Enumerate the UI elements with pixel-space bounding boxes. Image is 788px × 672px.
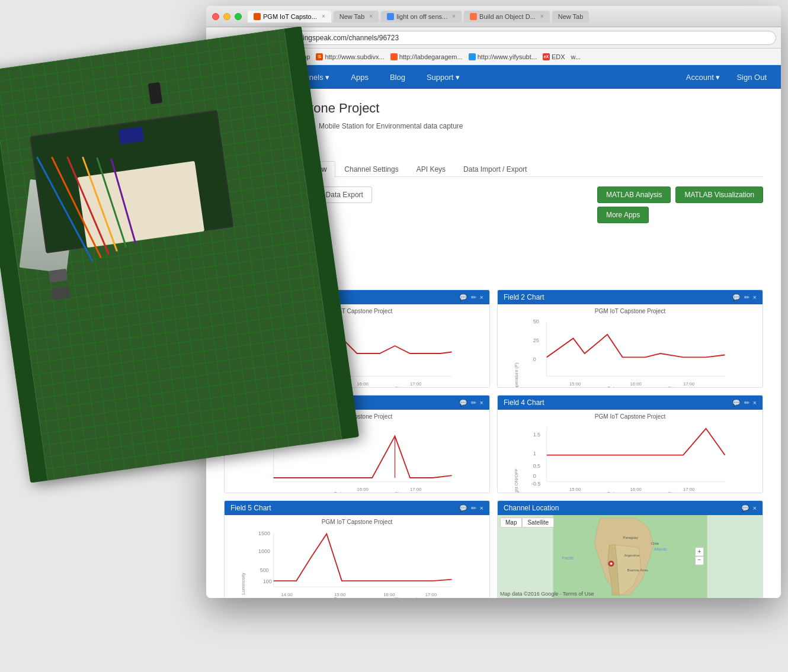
svg-text:16:00: 16:00 bbox=[357, 487, 369, 492]
field4-chart-widget: Field 4 Chart 💬 ✏ × PGM IoT Capstone Pro… bbox=[497, 395, 763, 493]
field3-edit-icon[interactable]: ✏ bbox=[471, 399, 476, 407]
matlab-viz-label: MATLAB Visualization bbox=[684, 191, 754, 199]
nav-account[interactable]: Account ▾ bbox=[681, 70, 725, 84]
tab-close-3[interactable]: × bbox=[452, 13, 456, 20]
tab-close-4[interactable]: × bbox=[540, 13, 544, 20]
field4-edit-icon[interactable]: ✏ bbox=[744, 399, 749, 407]
field2-comment-icon[interactable]: 💬 bbox=[732, 294, 741, 301]
bookmark-yify-label: http://www.yifysubt... bbox=[478, 53, 537, 60]
svg-text:−: − bbox=[698, 557, 701, 563]
matlab-analysis-label: MATLAB Analysis bbox=[606, 191, 662, 199]
field5-inner-title: PGM IoT Capstone Project bbox=[228, 519, 486, 525]
svg-text:Luminosity: Luminosity bbox=[241, 573, 246, 594]
svg-text:Date: Date bbox=[334, 596, 344, 598]
tab-light[interactable]: light on off sens... × bbox=[381, 11, 462, 22]
tab-pgm-iot[interactable]: PGM IoT Capsto... × bbox=[248, 11, 331, 22]
tab-label-5: New Tab bbox=[558, 13, 584, 20]
bookmark-labde[interactable]: http://labdegaragem... bbox=[390, 53, 463, 60]
tab-api-keys[interactable]: API Keys bbox=[408, 161, 454, 177]
nav-blog[interactable]: Blog bbox=[385, 70, 410, 84]
field5-edit-icon[interactable]: ✏ bbox=[471, 504, 476, 512]
field4-close-icon[interactable]: × bbox=[753, 399, 757, 407]
matlab-analysis-button[interactable]: MATLAB Analysis bbox=[597, 187, 671, 203]
svg-point-62 bbox=[610, 562, 613, 565]
field2-inner-title: PGM IoT Capstone Project bbox=[501, 308, 759, 314]
tab-close-1[interactable]: × bbox=[322, 13, 325, 20]
address-input[interactable]: 🔒 https://thingspeak.com/channels/96723 bbox=[258, 31, 776, 45]
field4-chart-body: PGM IoT Capstone Project 1.5 1 0.5 0 -0.… bbox=[498, 410, 763, 493]
map-tab-label: Map bbox=[505, 519, 517, 526]
svg-text:0: 0 bbox=[533, 356, 536, 362]
location-comment-icon[interactable]: 💬 bbox=[741, 504, 749, 512]
tab-build[interactable]: Build an Object D... × bbox=[464, 11, 550, 22]
tabs-bar: PGM IoT Capsto... × New Tab × light on o… bbox=[248, 11, 775, 22]
field5-chart-widget: Field 5 Chart 💬 ✏ × PGM IoT Capstone Pro… bbox=[224, 500, 490, 598]
field5-comment-icon[interactable]: 💬 bbox=[459, 504, 467, 512]
tab-label-3: light on off sens... bbox=[396, 13, 447, 20]
matlab-viz-button[interactable]: MATLAB Visualization bbox=[675, 187, 763, 203]
field2-close-icon[interactable]: × bbox=[753, 294, 757, 301]
field4-svg: 1.5 1 0.5 0 -0.5 Light ON/OFF 15:00 16:0… bbox=[501, 421, 759, 493]
map-tab-map[interactable]: Map bbox=[500, 517, 522, 528]
traffic-lights bbox=[212, 13, 242, 20]
field1-edit-icon[interactable]: ✏ bbox=[471, 294, 476, 301]
svg-text:Thingspeak.com: Thingspeak.com bbox=[668, 385, 701, 388]
field5-title: Field 5 Chart bbox=[230, 504, 271, 512]
bookmark-w[interactable]: w... bbox=[571, 53, 581, 60]
nav-apps[interactable]: Apps bbox=[346, 70, 373, 84]
nav-signout[interactable]: Sign Out bbox=[732, 70, 771, 84]
svg-text:15:00: 15:00 bbox=[569, 381, 581, 387]
field3-icons: 💬 ✏ × bbox=[459, 399, 483, 407]
bookmark-lab-label: http://labdegaragem... bbox=[399, 53, 463, 60]
more-apps-label: More Apps bbox=[606, 211, 640, 219]
svg-text:Thingspeak.com: Thingspeak.com bbox=[395, 491, 428, 493]
tab-new-2[interactable]: New Tab bbox=[552, 11, 590, 22]
svg-text:Thingspeak.com: Thingspeak.com bbox=[395, 385, 428, 388]
bookmark-yify[interactable]: http://www.yifysubt... bbox=[469, 53, 537, 60]
svg-text:Chile: Chile bbox=[651, 542, 659, 545]
field1-close-icon[interactable]: × bbox=[480, 294, 483, 301]
nav-support[interactable]: Support ▾ bbox=[422, 70, 465, 84]
tab-data-import[interactable]: Data Import / Export bbox=[454, 161, 536, 177]
field3-close-icon[interactable]: × bbox=[480, 399, 483, 407]
field1-comment-icon[interactable]: 💬 bbox=[459, 294, 467, 301]
svg-text:16:00: 16:00 bbox=[357, 381, 369, 387]
tab-close-2[interactable]: × bbox=[369, 13, 373, 20]
more-apps-button[interactable]: More Apps bbox=[597, 207, 649, 223]
svg-text:500: 500 bbox=[260, 567, 269, 573]
minimize-button[interactable] bbox=[223, 13, 230, 20]
tab-favicon-1 bbox=[254, 13, 261, 20]
tab-channel-settings[interactable]: Channel Settings bbox=[335, 161, 407, 177]
field4-comment-icon[interactable]: 💬 bbox=[732, 399, 741, 407]
map-tab-satellite[interactable]: Satellite bbox=[522, 517, 554, 528]
meta-description: Mobile Station for Environmental data ca… bbox=[319, 121, 463, 154]
field5-close-icon[interactable]: × bbox=[480, 504, 483, 512]
svg-text:14:00: 14:00 bbox=[281, 592, 293, 597]
field2-edit-icon[interactable]: ✏ bbox=[744, 294, 749, 301]
hardware-photo bbox=[0, 26, 359, 483]
bookmark-subdivx[interactable]: S http://www.subdivx... bbox=[316, 53, 384, 60]
svg-text:1: 1 bbox=[533, 451, 536, 456]
svg-text:Light ON/OFF: Light ON/OFF bbox=[514, 468, 519, 493]
satellite-tab-label: Satellite bbox=[527, 519, 549, 526]
maximize-button[interactable] bbox=[235, 13, 242, 20]
map-body: Map Satellite bbox=[498, 515, 763, 598]
field1-icons: 💬 ✏ × bbox=[459, 294, 483, 301]
tab-label-2: New Tab bbox=[339, 13, 365, 20]
svg-text:-0.5: -0.5 bbox=[531, 481, 540, 487]
tab-new-1[interactable]: New Tab × bbox=[334, 11, 379, 22]
field3-comment-icon[interactable]: 💬 bbox=[459, 399, 467, 407]
svg-text:Temperature (F): Temperature (F) bbox=[514, 362, 519, 388]
svg-text:Atlantic: Atlantic bbox=[654, 547, 668, 551]
location-close-icon[interactable]: × bbox=[753, 504, 757, 512]
bookmark-edx[interactable]: eX EDX bbox=[543, 53, 565, 60]
tab-favicon-3 bbox=[387, 13, 394, 20]
svg-text:0.5: 0.5 bbox=[533, 463, 540, 469]
svg-text:Date: Date bbox=[607, 491, 617, 493]
bookmark-icon-s: S bbox=[316, 53, 323, 60]
channel-location-widget: Channel Location 💬 × Map Satellite bbox=[497, 500, 763, 598]
close-button[interactable] bbox=[212, 13, 219, 20]
field4-icons: 💬 ✏ × bbox=[732, 399, 757, 407]
field4-title: Field 4 Chart bbox=[504, 398, 544, 407]
matlab-row-1: MATLAB Analysis MATLAB Visualization bbox=[597, 187, 763, 203]
